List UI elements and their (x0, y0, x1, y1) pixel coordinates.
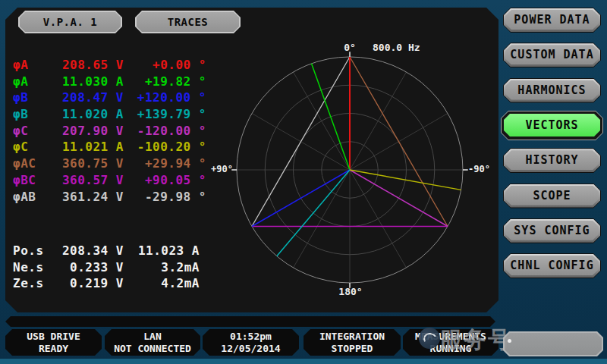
vector-phiB-voltage (252, 170, 350, 227)
status-line1: USB DRIVE (27, 331, 80, 343)
watermark-box (503, 331, 603, 356)
sequence-label: Ze.s (13, 276, 44, 290)
phase-row: φA208.65 V+0.00 ° (13, 58, 206, 74)
status-line1: INTEGRATION (319, 331, 385, 343)
phase-value: 11.021 A (43, 140, 124, 154)
phase-value: 360.57 V (43, 173, 124, 187)
phase-label: φAB (13, 190, 36, 204)
sidebar-button-sys-config[interactable]: SYS CONFIG (503, 218, 601, 243)
phase-angle: +0.00 ° (124, 58, 206, 72)
sidebar-button-harmonics[interactable]: HARMONICS (503, 78, 601, 103)
button-label: VECTORS (504, 114, 600, 136)
sidebar-button-vectors[interactable]: VECTORS (501, 111, 603, 140)
button-label: HARMONICS (505, 80, 599, 100)
phase-label: φBC (13, 173, 36, 187)
phase-value: 207.90 V (43, 124, 124, 138)
sequence-current: 4.2mA (124, 276, 200, 290)
sequence-current: 11.023 A (124, 243, 200, 258)
button-bevel: CUSTOM DATA (504, 43, 600, 67)
button-label: SCOPE (505, 186, 599, 206)
status-line2: READY (39, 343, 68, 355)
power-analyzer-screen: V.P.A. 1 TRACES φA208.65 V+0.00 °φA11.03… (0, 0, 607, 364)
button-bevel: VECTORS (502, 111, 602, 140)
sidebar-button-chnl-config[interactable]: CHNL CONFIG (503, 253, 601, 278)
watermark-logo-icon (419, 328, 440, 349)
sequence-current: 3.2mA (124, 260, 200, 275)
chord-phiAB (252, 57, 350, 227)
phase-label: φB (13, 90, 28, 105)
traces-label: TRACES (137, 12, 239, 32)
phase-value: 360.75 V (43, 156, 124, 171)
sidebar-button-power-data[interactable]: POWER DATA (503, 8, 601, 33)
vpa-select-button[interactable]: V.P.A. 1 (18, 11, 122, 33)
phase-label: φA (13, 74, 28, 89)
button-bevel: CHNL CONFIG (504, 254, 600, 278)
phase-value: 11.020 A (43, 107, 124, 121)
traces-button[interactable]: TRACES (135, 11, 241, 33)
status-line2: NOT CONNECTED (114, 343, 191, 355)
vpa-select-label: V.P.A. 1 (20, 12, 121, 32)
vector-polar-chart (228, 36, 471, 294)
button-label: CHNL CONFIG (505, 256, 599, 275)
watermark-dot (508, 339, 511, 343)
message-bar (5, 316, 495, 327)
sidebar-button-history[interactable]: HISTORY (503, 148, 601, 173)
polar-label-plus90: +90° (203, 164, 233, 174)
phase-row: φAC360.75 V+29.94 ° (13, 156, 206, 173)
phase-row: φB11.020 A+139.79 ° (13, 107, 206, 124)
phase-row: φA11.030 A+19.82 ° (13, 74, 206, 91)
phase-row: φC207.90 V-120.00 ° (13, 124, 206, 140)
polar-label-180: 180° (335, 286, 366, 297)
status-line2: 12/05/2014 (221, 343, 280, 355)
watermark-box-inner (505, 333, 602, 355)
usb-drive-status: USB DRIVEREADY (5, 329, 102, 356)
phase-angle: -120.00 ° (124, 124, 206, 138)
sidebar-button-scope[interactable]: SCOPE (503, 184, 601, 209)
phase-angle: -29.98 ° (124, 190, 206, 204)
polar-label-0deg: 0° (338, 42, 361, 53)
phase-value: 11.030 A (43, 74, 124, 89)
chord-phiAC (350, 57, 448, 227)
sequence-summary-table: Po.s208.34 V11.023 ANe.s0.233 V3.2mAZe.s… (13, 243, 200, 293)
phase-measurements-table: φA208.65 V+0.00 °φA11.030 A+19.82 °φB208… (13, 58, 206, 206)
button-label: CUSTOM DATA (505, 45, 599, 64)
status-line1: LAN (143, 331, 161, 343)
phase-label: φAC (13, 156, 36, 171)
sidebar-menu: POWER DATACUSTOM DATAHARMONICSVECTORSHIS… (501, 0, 607, 364)
phase-value: 208.47 V (43, 90, 124, 105)
phase-row: φB208.47 V+120.00 ° (13, 90, 206, 107)
vector-phiA-current (311, 64, 350, 170)
button-label: HISTORY (505, 150, 599, 170)
phase-row: φBC360.57 V+90.05 ° (13, 173, 206, 190)
sidebar-button-custom-data[interactable]: CUSTOM DATA (503, 42, 601, 67)
phase-row: φAB361.24 V-29.98 ° (13, 190, 206, 206)
status-line1: 01:52pm (230, 331, 272, 343)
phase-angle: +139.79 ° (124, 107, 206, 121)
phase-angle: +29.94 ° (124, 156, 206, 171)
sequence-voltage: 0.233 V (43, 260, 124, 275)
clock-date: 01:52pm12/05/2014 (203, 329, 299, 356)
status-line2: STOPPED (332, 343, 373, 355)
phase-angle: +19.82 ° (124, 74, 206, 89)
lan-status: LANNOT CONNECTED (105, 329, 200, 356)
button-label: SYS CONFIG (505, 221, 599, 240)
button-label: POWER DATA (505, 10, 599, 30)
bottom-edge-band (0, 359, 607, 364)
button-bevel: HISTORY (504, 149, 600, 172)
phase-label: φB (13, 107, 28, 121)
phase-label: φC (13, 124, 28, 138)
button-bevel: HARMONICS (504, 79, 600, 102)
vector-phiB-current (277, 170, 350, 256)
sequence-label: Ne.s (13, 260, 44, 275)
button-bevel: SYS CONFIG (504, 219, 600, 243)
phase-angle: -100.20 ° (124, 140, 206, 154)
button-bevel: SCOPE (504, 184, 600, 208)
phase-angle: +90.05 ° (124, 173, 206, 187)
sequence-row: Ne.s0.233 V3.2mA (13, 260, 200, 277)
integration-status: INTEGRATIONSTOPPED (304, 329, 401, 356)
phase-row: φC11.021 A-100.20 ° (13, 140, 206, 156)
sequence-row: Ze.s0.219 V4.2mA (13, 276, 200, 293)
sequence-row: Po.s208.34 V11.023 A (13, 243, 200, 260)
phase-label: φA (13, 58, 28, 72)
phase-value: 208.65 V (43, 58, 124, 72)
